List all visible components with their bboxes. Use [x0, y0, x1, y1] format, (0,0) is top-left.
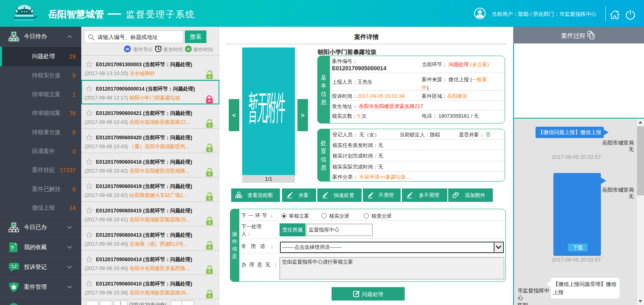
svg-text:?: ? [11, 245, 14, 251]
svg-text:W: W [126, 47, 129, 51]
